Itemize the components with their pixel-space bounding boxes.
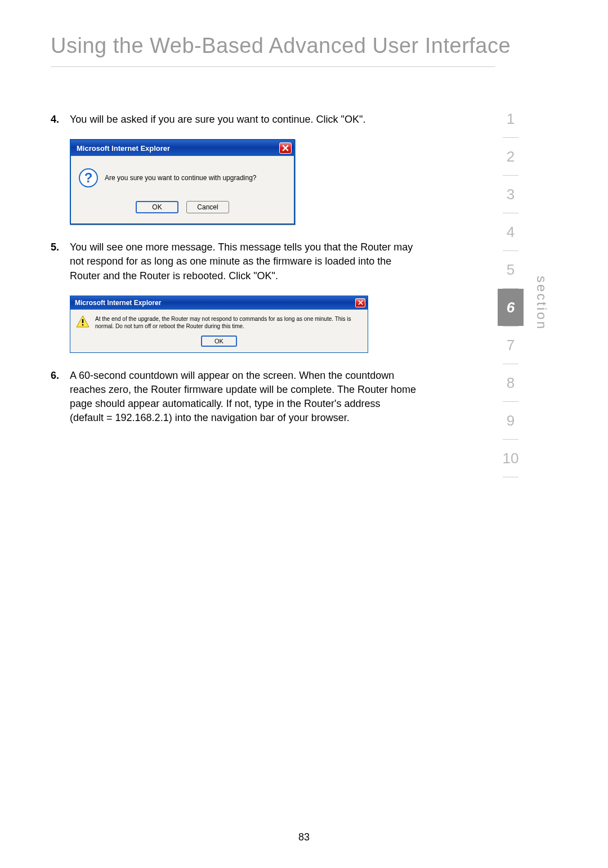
step-number: 4. xyxy=(51,113,64,127)
ok-button[interactable]: OK xyxy=(136,201,178,213)
sidebar-item-1[interactable]: 1 xyxy=(498,100,524,137)
step-text: You will be asked if you are sure you wa… xyxy=(70,113,417,127)
close-icon[interactable] xyxy=(279,142,292,154)
step-text: A 60-second countdown will appear on the… xyxy=(70,369,417,426)
divider xyxy=(503,477,518,477)
warning-icon xyxy=(76,315,90,328)
section-sidebar: 1 2 3 4 5 6 7 8 9 10 xyxy=(498,100,524,477)
content-area: 4. You will be asked if you are sure you… xyxy=(51,113,417,438)
dialog-body: At the end of the upgrade, the Router ma… xyxy=(70,310,368,333)
confirm-dialog: Microsoft Internet Explorer ? Are you su… xyxy=(70,139,295,225)
step-text: You will see one more message. This mess… xyxy=(70,240,417,283)
dialog-titlebar: Microsoft Internet Explorer xyxy=(70,296,368,310)
step-5: 5. You will see one more message. This m… xyxy=(51,240,417,283)
dialog-titlebar: Microsoft Internet Explorer xyxy=(71,140,294,156)
dialog-title: Microsoft Internet Explorer xyxy=(75,299,161,307)
info-dialog: Microsoft Internet Explorer At the end o… xyxy=(70,296,368,353)
sidebar-item-7[interactable]: 7 xyxy=(498,326,524,364)
dialog-message: At the end of the upgrade, the Router ma… xyxy=(95,315,362,330)
svg-rect-1 xyxy=(82,324,83,325)
question-icon: ? xyxy=(79,168,98,187)
cancel-button[interactable]: Cancel xyxy=(186,201,229,213)
step-6: 6. A 60-second countdown will appear on … xyxy=(51,369,417,426)
section-label: section xyxy=(534,276,549,330)
sidebar-item-4[interactable]: 4 xyxy=(498,213,524,250)
dialog-message: Are you sure you want to continue with u… xyxy=(105,174,257,182)
dialog-1-wrap: Microsoft Internet Explorer ? Are you su… xyxy=(70,139,417,225)
dialog-title: Microsoft Internet Explorer xyxy=(77,144,170,153)
step-number: 6. xyxy=(51,369,64,426)
dialog-buttons: OK xyxy=(70,333,368,352)
dialog-body: ? Are you sure you want to continue with… xyxy=(71,156,294,195)
svg-rect-0 xyxy=(82,319,83,323)
dialog-buttons: OK Cancel xyxy=(71,195,294,223)
sidebar-item-2[interactable]: 2 xyxy=(498,138,524,175)
close-icon[interactable] xyxy=(355,298,365,307)
page-number: 83 xyxy=(298,831,310,843)
sidebar-item-5[interactable]: 5 xyxy=(498,251,524,288)
sidebar-item-6[interactable]: 6 xyxy=(498,289,524,326)
title-underline xyxy=(51,66,495,67)
ok-button[interactable]: OK xyxy=(201,335,237,347)
sidebar-item-9[interactable]: 9 xyxy=(498,402,524,439)
step-number: 5. xyxy=(51,240,64,283)
dialog-2-wrap: Microsoft Internet Explorer At the end o… xyxy=(70,296,417,353)
page-title: Using the Web-Based Advanced User Interf… xyxy=(51,34,511,58)
sidebar-item-3[interactable]: 3 xyxy=(498,176,524,213)
sidebar-item-8[interactable]: 8 xyxy=(498,364,524,401)
step-4: 4. You will be asked if you are sure you… xyxy=(51,113,417,127)
sidebar-item-10[interactable]: 10 xyxy=(498,440,524,477)
